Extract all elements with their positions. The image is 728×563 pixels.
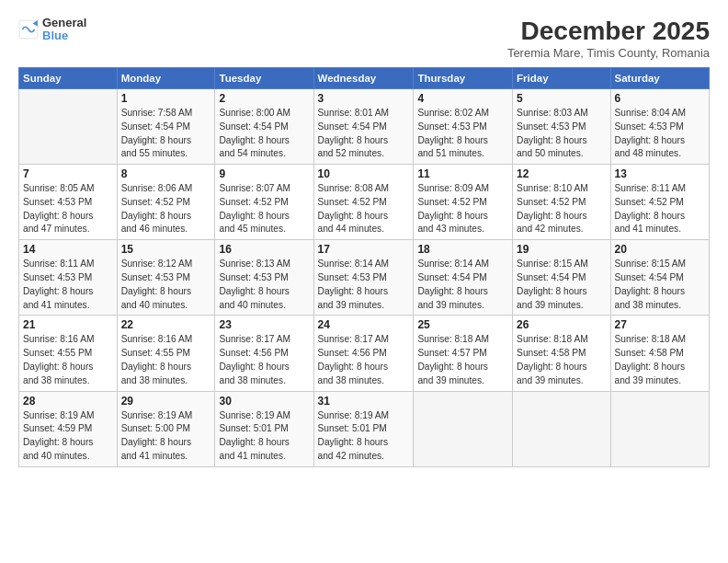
day-number: 11 [417, 167, 508, 180]
day-info: Sunrise: 8:16 AMSunset: 4:55 PMDaylight:… [23, 333, 113, 387]
day-info: Sunrise: 8:14 AMSunset: 4:53 PMDaylight:… [318, 258, 410, 312]
day-info: Sunrise: 8:08 AMSunset: 4:52 PMDaylight:… [318, 182, 410, 236]
day-info: Sunrise: 8:16 AMSunset: 4:55 PMDaylight:… [121, 333, 211, 387]
header-friday: Friday [513, 68, 610, 89]
day-number: 7 [23, 167, 113, 180]
calendar-cell: 28Sunrise: 8:19 AMSunset: 4:59 PMDayligh… [19, 391, 118, 466]
calendar-cell [414, 391, 513, 466]
day-number: 15 [121, 243, 211, 256]
calendar-cell: 30Sunrise: 8:19 AMSunset: 5:01 PMDayligh… [215, 391, 313, 466]
day-info: Sunrise: 8:18 AMSunset: 4:58 PMDaylight:… [615, 333, 705, 387]
week-row-1: 7Sunrise: 8:05 AMSunset: 4:53 PMDaylight… [19, 165, 710, 240]
day-number: 30 [219, 395, 309, 408]
day-info: Sunrise: 8:01 AMSunset: 4:54 PMDaylight:… [318, 107, 410, 161]
day-number: 3 [318, 92, 410, 105]
calendar-cell: 31Sunrise: 8:19 AMSunset: 5:01 PMDayligh… [313, 391, 414, 466]
calendar-cell: 16Sunrise: 8:13 AMSunset: 4:53 PMDayligh… [215, 240, 313, 316]
calendar-cell: 10Sunrise: 8:08 AMSunset: 4:52 PMDayligh… [313, 165, 414, 240]
page: General Blue December 2025 Teremia Mare,… [0, 0, 728, 563]
header: General Blue December 2025 Teremia Mare,… [18, 17, 710, 60]
calendar-cell [513, 391, 610, 466]
calendar-cell: 14Sunrise: 8:11 AMSunset: 4:53 PMDayligh… [19, 240, 118, 316]
calendar-cell: 6Sunrise: 8:04 AMSunset: 4:53 PMDaylight… [610, 89, 709, 165]
title-block: December 2025 Teremia Mare, Timis County… [507, 17, 710, 60]
day-info: Sunrise: 8:17 AMSunset: 4:56 PMDaylight:… [318, 333, 410, 387]
logo-text: General Blue [42, 17, 86, 43]
day-info: Sunrise: 8:12 AMSunset: 4:53 PMDaylight:… [121, 258, 211, 312]
day-info: Sunrise: 8:17 AMSunset: 4:56 PMDaylight:… [219, 333, 309, 387]
header-monday: Monday [117, 68, 215, 89]
calendar-cell: 17Sunrise: 8:14 AMSunset: 4:53 PMDayligh… [313, 240, 414, 316]
calendar-cell: 12Sunrise: 8:10 AMSunset: 4:52 PMDayligh… [513, 165, 610, 240]
day-number: 13 [615, 167, 705, 180]
day-info: Sunrise: 8:18 AMSunset: 4:57 PMDaylight:… [417, 333, 508, 387]
day-number: 12 [517, 167, 606, 180]
calendar-cell [610, 391, 709, 466]
day-info: Sunrise: 8:13 AMSunset: 4:53 PMDaylight:… [219, 258, 309, 312]
header-thursday: Thursday [414, 68, 513, 89]
day-info: Sunrise: 8:19 AMSunset: 5:00 PMDaylight:… [121, 409, 211, 464]
day-number: 9 [219, 167, 309, 180]
day-info: Sunrise: 8:18 AMSunset: 4:58 PMDaylight:… [517, 333, 606, 387]
calendar-cell [19, 89, 118, 165]
calendar-cell: 4Sunrise: 8:02 AMSunset: 4:53 PMDaylight… [414, 89, 513, 165]
calendar-cell: 21Sunrise: 8:16 AMSunset: 4:55 PMDayligh… [19, 316, 118, 391]
day-info: Sunrise: 8:14 AMSunset: 4:54 PMDaylight:… [417, 258, 508, 312]
day-info: Sunrise: 8:11 AMSunset: 4:53 PMDaylight:… [23, 258, 113, 312]
calendar-cell: 8Sunrise: 8:06 AMSunset: 4:52 PMDaylight… [117, 165, 215, 240]
day-info: Sunrise: 8:05 AMSunset: 4:53 PMDaylight:… [23, 182, 113, 236]
calendar-cell: 23Sunrise: 8:17 AMSunset: 4:56 PMDayligh… [215, 316, 313, 391]
calendar-cell: 29Sunrise: 8:19 AMSunset: 5:00 PMDayligh… [117, 391, 215, 466]
day-info: Sunrise: 8:07 AMSunset: 4:52 PMDaylight:… [219, 182, 309, 236]
calendar-cell: 5Sunrise: 8:03 AMSunset: 4:53 PMDaylight… [513, 89, 610, 165]
month-title: December 2025 [507, 17, 710, 46]
day-info: Sunrise: 8:19 AMSunset: 5:01 PMDaylight:… [219, 409, 309, 464]
day-info: Sunrise: 8:04 AMSunset: 4:53 PMDaylight:… [615, 107, 705, 161]
week-row-2: 14Sunrise: 8:11 AMSunset: 4:53 PMDayligh… [19, 240, 710, 316]
logo: General Blue [18, 17, 86, 43]
day-info: Sunrise: 8:11 AMSunset: 4:52 PMDaylight:… [615, 182, 705, 236]
day-info: Sunrise: 8:19 AMSunset: 5:01 PMDaylight:… [318, 409, 410, 464]
calendar-cell: 11Sunrise: 8:09 AMSunset: 4:52 PMDayligh… [414, 165, 513, 240]
day-number: 20 [615, 243, 705, 256]
day-number: 5 [517, 92, 606, 105]
day-info: Sunrise: 8:06 AMSunset: 4:52 PMDaylight:… [121, 182, 211, 236]
day-number: 28 [23, 395, 113, 408]
calendar-cell: 20Sunrise: 8:15 AMSunset: 4:54 PMDayligh… [610, 240, 709, 316]
calendar-header-row: SundayMondayTuesdayWednesdayThursdayFrid… [19, 68, 710, 89]
logo-line2: Blue [42, 29, 86, 42]
week-row-4: 28Sunrise: 8:19 AMSunset: 4:59 PMDayligh… [19, 391, 710, 466]
header-tuesday: Tuesday [215, 68, 313, 89]
calendar-cell: 24Sunrise: 8:17 AMSunset: 4:56 PMDayligh… [313, 316, 414, 391]
logo-icon [18, 19, 39, 40]
day-number: 16 [219, 243, 309, 256]
day-number: 17 [318, 243, 410, 256]
day-number: 21 [23, 318, 113, 331]
calendar-cell: 25Sunrise: 8:18 AMSunset: 4:57 PMDayligh… [414, 316, 513, 391]
calendar-cell: 19Sunrise: 8:15 AMSunset: 4:54 PMDayligh… [513, 240, 610, 316]
location: Teremia Mare, Timis County, Romania [507, 46, 710, 60]
day-number: 10 [318, 167, 410, 180]
day-number: 6 [615, 92, 705, 105]
calendar-cell: 2Sunrise: 8:00 AMSunset: 4:54 PMDaylight… [215, 89, 313, 165]
day-info: Sunrise: 8:15 AMSunset: 4:54 PMDaylight:… [615, 258, 705, 312]
day-number: 2 [219, 92, 309, 105]
calendar-cell: 15Sunrise: 8:12 AMSunset: 4:53 PMDayligh… [117, 240, 215, 316]
week-row-3: 21Sunrise: 8:16 AMSunset: 4:55 PMDayligh… [19, 316, 710, 391]
day-number: 23 [219, 318, 309, 331]
day-number: 4 [417, 92, 508, 105]
calendar-cell: 26Sunrise: 8:18 AMSunset: 4:58 PMDayligh… [513, 316, 610, 391]
calendar-cell: 22Sunrise: 8:16 AMSunset: 4:55 PMDayligh… [117, 316, 215, 391]
day-number: 18 [417, 243, 508, 256]
day-number: 26 [517, 318, 606, 331]
week-row-0: 1Sunrise: 7:58 AMSunset: 4:54 PMDaylight… [19, 89, 710, 165]
calendar-cell: 27Sunrise: 8:18 AMSunset: 4:58 PMDayligh… [610, 316, 709, 391]
calendar-cell: 9Sunrise: 8:07 AMSunset: 4:52 PMDaylight… [215, 165, 313, 240]
day-info: Sunrise: 8:10 AMSunset: 4:52 PMDaylight:… [517, 182, 606, 236]
day-number: 29 [121, 395, 211, 408]
day-info: Sunrise: 7:58 AMSunset: 4:54 PMDaylight:… [121, 107, 211, 161]
calendar-cell: 13Sunrise: 8:11 AMSunset: 4:52 PMDayligh… [610, 165, 709, 240]
day-info: Sunrise: 8:03 AMSunset: 4:53 PMDaylight:… [517, 107, 606, 161]
day-number: 1 [121, 92, 211, 105]
header-saturday: Saturday [610, 68, 709, 89]
